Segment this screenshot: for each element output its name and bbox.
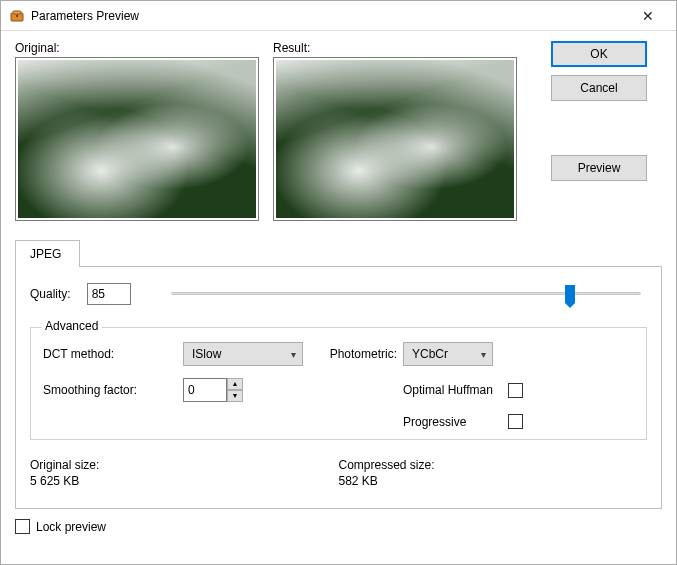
photometric-combo[interactable]: YCbCr ▾: [403, 342, 493, 366]
smoothing-input[interactable]: [183, 378, 227, 402]
quality-row: Quality:: [30, 283, 647, 305]
lock-preview-label: Lock preview: [36, 520, 106, 534]
original-preview: [15, 57, 259, 221]
footer: Lock preview: [15, 519, 662, 534]
compressed-size: Compressed size: 582 KB: [339, 458, 648, 488]
spinner-down-icon[interactable]: ▼: [227, 390, 243, 402]
smoothing-label: Smoothing factor:: [43, 383, 183, 397]
original-label: Original:: [15, 41, 259, 55]
quality-input[interactable]: [87, 283, 131, 305]
dct-combo[interactable]: ISlow ▾: [183, 342, 303, 366]
cancel-button[interactable]: Cancel: [551, 75, 647, 101]
top-area: Original: Result: OK Cancel Preview: [15, 41, 662, 221]
original-size: Original size: 5 625 KB: [30, 458, 339, 488]
photometric-value: YCbCr: [412, 347, 448, 361]
result-label: Result:: [273, 41, 517, 55]
quality-label: Quality:: [30, 287, 71, 301]
ok-button[interactable]: OK: [551, 41, 647, 67]
tabstrip: JPEG: [15, 239, 662, 266]
slider-thumb[interactable]: [565, 285, 575, 303]
sizes: Original size: 5 625 KB Compressed size:…: [30, 458, 647, 488]
content: Original: Result: OK Cancel Preview: [1, 31, 676, 564]
svg-rect-2: [16, 15, 18, 17]
dct-value: ISlow: [192, 347, 221, 361]
quality-slider[interactable]: [171, 284, 641, 304]
app-icon: [9, 8, 25, 24]
compressed-size-label: Compressed size:: [339, 458, 648, 472]
optimal-huffman-checkbox[interactable]: [508, 383, 523, 398]
close-icon[interactable]: ✕: [628, 8, 668, 24]
original-preview-column: Original:: [15, 41, 259, 221]
compressed-size-value: 582 KB: [339, 474, 648, 488]
tab-jpeg[interactable]: JPEG: [15, 240, 80, 267]
titlebar: Parameters Preview ✕: [1, 1, 676, 31]
original-image: [18, 60, 256, 218]
result-image: [276, 60, 514, 218]
original-size-label: Original size:: [30, 458, 339, 472]
progressive-checkbox[interactable]: [508, 414, 523, 429]
preview-button[interactable]: Preview: [551, 155, 647, 181]
optimal-huffman-label: Optimal Huffman: [403, 383, 493, 397]
result-preview-column: Result:: [273, 41, 517, 221]
previews: Original: Result:: [15, 41, 517, 221]
smoothing-spinner[interactable]: ▲ ▼: [183, 378, 313, 402]
tabs: JPEG Quality: Advanced DCT method:: [15, 239, 662, 509]
chevron-down-icon: ▾: [481, 349, 486, 360]
svg-rect-1: [13, 11, 21, 14]
chevron-down-icon: ▾: [291, 349, 296, 360]
advanced-fieldset: Advanced DCT method: ISlow ▾ Photometric…: [30, 327, 647, 440]
window: Parameters Preview ✕ Original: Result:: [0, 0, 677, 565]
dct-label: DCT method:: [43, 347, 183, 361]
progressive-label: Progressive: [403, 415, 466, 429]
spinner-up-icon[interactable]: ▲: [227, 378, 243, 390]
advanced-legend: Advanced: [41, 319, 102, 333]
window-title: Parameters Preview: [31, 9, 628, 23]
original-size-value: 5 625 KB: [30, 474, 339, 488]
side-buttons: OK Cancel Preview: [551, 41, 647, 221]
lock-preview-checkbox[interactable]: [15, 519, 30, 534]
photometric-label: Photometric:: [313, 347, 403, 361]
result-preview: [273, 57, 517, 221]
tab-panel-jpeg: Quality: Advanced DCT method: ISlow ▾: [15, 266, 662, 509]
